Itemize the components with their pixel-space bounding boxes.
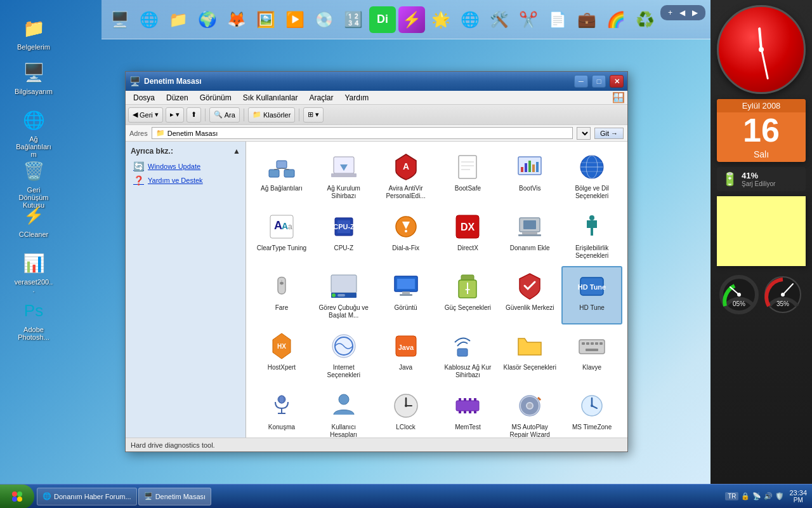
toolbar-folder-icon[interactable]: 📁	[165, 6, 192, 33]
toolbar-sunglasses-icon[interactable]: 🌟	[428, 6, 454, 33]
start-button[interactable]	[0, 485, 34, 509]
toolbar-computer-icon[interactable]: 🖥️	[107, 6, 133, 33]
item-lclock[interactable]: LClock	[376, 385, 436, 438]
folders-button[interactable]: 📁 Klasörler	[248, 107, 295, 123]
maximize-button[interactable]: □	[592, 75, 606, 88]
nav-add-button[interactable]: +	[665, 7, 675, 18]
item-hostxpert[interactable]: HX HostXpert	[251, 326, 312, 384]
item-kullanici-hesaplari[interactable]: Kullanıcı Hesapları	[313, 385, 374, 438]
item-bootvis[interactable]: BootVis	[499, 147, 560, 205]
toolbar-calc-icon[interactable]: 🔢	[340, 6, 367, 33]
folders-icon: 📁	[252, 110, 261, 119]
item-hd-tune[interactable]: HD Tune HD Tune	[561, 266, 622, 324]
menu-araclar[interactable]: Araçlar	[304, 92, 338, 104]
sidebar-link-yardim[interactable]: ❓ Yardım ve Destek	[131, 173, 240, 187]
sidebar-panel: Ayrıca bkz.: ▲ 🔄 Windows Update ❓ Yardım…	[126, 142, 246, 438]
collapse-icon[interactable]: ▲	[233, 147, 240, 156]
item-klasor-secenekleri[interactable]: Klasör Seçenekleri	[499, 326, 560, 384]
toolbar-firefox-icon[interactable]: 🦊	[223, 6, 250, 33]
address-dropdown[interactable]	[577, 127, 591, 140]
toolbar-globe-color-icon[interactable]: 🌈	[603, 6, 629, 33]
desktop-icon-ag-baglantilari[interactable]: 🌐 Ağ Bağlantılarım	[11, 105, 56, 161]
toolbar-photo-icon[interactable]: 🖼️	[252, 6, 279, 33]
desktop-icon-bilgisayarim[interactable]: 🖥️ Bilgisayarım	[11, 57, 56, 98]
cp-taskbar-icon: 🖥️	[144, 492, 153, 500]
view-button[interactable]: ⊞ ▾	[303, 107, 324, 123]
item-cpu-z[interactable]: CPU-Z CPU-Z	[313, 206, 374, 265]
content-panel[interactable]: Ağ Bağlantıları Ağ Kurulum Sihirbazı A A…	[246, 142, 627, 438]
up-button[interactable]: ⬆	[187, 107, 201, 123]
forward-button[interactable]: ▸ ▾	[166, 107, 184, 123]
item-java[interactable]: Java Java	[376, 326, 436, 384]
nav-next-button[interactable]: ▶	[690, 7, 700, 18]
item-goruntu[interactable]: Görüntü	[376, 266, 436, 324]
taskbar-item-donanim-haber[interactable]: 🌐 Donanım Haber Forum...	[37, 488, 137, 505]
toolbar-lightning-icon[interactable]: ⚡	[398, 6, 425, 33]
item-dial-a-fix[interactable]: Dial-a-Fix	[376, 206, 436, 265]
svg-rect-55	[397, 279, 415, 289]
toolbar-dvd-icon[interactable]: 💿	[311, 6, 337, 33]
item-cleartype[interactable]: AAa ClearType Tuning	[251, 206, 312, 265]
minimize-button[interactable]: ─	[574, 75, 588, 88]
svg-rect-93	[469, 411, 471, 413]
go-button[interactable]: Git →	[594, 128, 624, 139]
menu-sik-kullanilanlar[interactable]: Sık Kullanılanlar	[238, 92, 303, 104]
item-internet-secenekleri[interactable]: Internet Seçenekleri	[313, 326, 374, 384]
desktop-icon-ccleaner[interactable]: ⚡ CCleaner	[11, 200, 56, 241]
svg-point-40	[405, 230, 407, 232]
item-memtest[interactable]: MemTest	[438, 385, 499, 438]
item-kablosuz-ag[interactable]: Kablosuz Ağ Kur Sihirbazı	[438, 326, 499, 384]
toolbar-media-icon[interactable]: ▶️	[282, 6, 308, 33]
item-ms-autoplay[interactable]: MS AutoPlay Repair Wizard	[499, 385, 560, 438]
item-bolge-dil[interactable]: Bölge ve Dil Seçenekleri	[561, 147, 622, 205]
toolbar-doc-icon[interactable]: 📄	[544, 6, 571, 33]
taskbar-item-denetim-masasi[interactable]: 🖥️ Denetim Masası	[138, 488, 211, 505]
item-ag-kurulum[interactable]: Ağ Kurulum Sihirbazı	[313, 147, 374, 205]
toolbar-di-icon[interactable]: Di	[369, 6, 396, 33]
speedo-widget: 05% 35%	[717, 271, 806, 319]
item-guvenlik-merkezi[interactable]: Güvenlik Merkezi	[499, 266, 560, 324]
item-donanim-ekle[interactable]: Donanım Ekle	[499, 206, 560, 265]
item-avira[interactable]: A Avira AntiVir PersonalEdi...	[376, 147, 436, 205]
back-button[interactable]: ◀ Geri ▾	[128, 107, 163, 123]
menu-dosya[interactable]: Dosya	[128, 92, 160, 104]
menu-gorunum[interactable]: Görünüm	[195, 92, 237, 104]
desktop-icon-veraset[interactable]: 📊 veraset200...	[11, 248, 56, 296]
toolbar-briefcase-icon[interactable]: 💼	[573, 6, 600, 33]
item-klavye[interactable]: Klavye	[561, 326, 622, 384]
item-ms-timezone[interactable]: MS TimeZone	[561, 385, 622, 438]
svg-rect-94	[474, 411, 476, 413]
item-directx[interactable]: DX DirectX	[438, 206, 499, 265]
date-weekday: Salı	[717, 148, 806, 162]
svg-rect-22	[521, 167, 523, 172]
toolbar-scissors-icon[interactable]: ✂️	[515, 6, 542, 33]
view-icon: ⊞	[308, 110, 313, 119]
item-ag-baglantilari[interactable]: Ağ Bağlantıları	[251, 147, 312, 205]
battery-status: Şarj Ediliyor	[742, 180, 775, 187]
svg-rect-88	[464, 398, 466, 401]
sidebar-link-windows-update[interactable]: 🔄 Windows Update	[131, 159, 240, 173]
toolbar-ie-icon[interactable]: 🌍	[194, 6, 221, 33]
search-button[interactable]: 🔍 Ara	[209, 107, 240, 123]
desktop-icon-belgelerim[interactable]: 📁 Belgelerim	[11, 13, 56, 53]
desktop-icon-photoshop[interactable]: Ps Adobe Photosh...	[11, 295, 56, 344]
item-gorev-cubugu[interactable]: Görev Çubuğu ve Başlat M...	[313, 266, 374, 324]
toolbar-tools-icon[interactable]: 🛠️	[486, 6, 513, 33]
item-konusma[interactable]: Konuşma	[251, 385, 312, 438]
toolbar-world2-icon[interactable]: 🌐	[457, 6, 483, 33]
item-bootsafe[interactable]: BootSafe	[438, 147, 499, 205]
item-fare[interactable]: Fare	[251, 266, 312, 324]
close-button[interactable]: ✕	[610, 75, 624, 88]
item-erisibilirlik[interactable]: Erişilebilirlik Seçenekleri	[561, 206, 622, 265]
address-input[interactable]: 📁 Denetim Masası	[152, 127, 573, 139]
date-day: 16	[717, 112, 806, 148]
svg-rect-23	[525, 163, 527, 172]
menu-yardim[interactable]: Yardım	[339, 92, 374, 104]
battery-percent: 41%	[742, 171, 775, 180]
toolbar-network-icon[interactable]: 🌐	[136, 6, 162, 33]
up-arrow-icon: ⬆	[191, 110, 197, 119]
item-guc-secenekleri[interactable]: + Güç Seçenekleri	[438, 266, 499, 324]
nav-prev-button[interactable]: ◀	[677, 7, 688, 18]
toolbar-recycle-icon[interactable]: ♻️	[632, 6, 658, 33]
menu-duzen[interactable]: Düzen	[161, 92, 193, 104]
